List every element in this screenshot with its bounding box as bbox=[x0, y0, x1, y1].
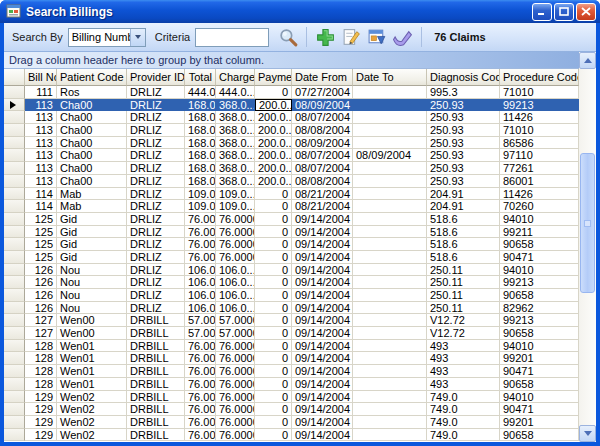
table-cell[interactable]: Cha00 bbox=[57, 124, 127, 137]
table-cell[interactable]: 106.0... bbox=[185, 276, 216, 289]
table-cell[interactable]: DRLIZ bbox=[127, 99, 185, 112]
row-header[interactable] bbox=[4, 188, 25, 201]
table-cell[interactable]: 250.11 bbox=[427, 264, 500, 277]
table-cell[interactable]: DRLIZ bbox=[127, 226, 185, 239]
table-cell[interactable]: 106.0... bbox=[185, 289, 216, 302]
table-cell[interactable]: 995.3 bbox=[427, 86, 500, 99]
table-cell[interactable]: 08/21/2004 bbox=[292, 200, 353, 213]
column-header-provider[interactable]: Provider ID bbox=[127, 69, 185, 86]
table-cell[interactable]: 57.00... bbox=[185, 314, 216, 327]
table-cell[interactable]: 76.00... bbox=[185, 403, 216, 416]
row-header[interactable] bbox=[4, 137, 25, 150]
column-header-payment[interactable]: Payme... bbox=[255, 69, 292, 86]
table-cell[interactable]: 07/27/2004 bbox=[292, 86, 353, 99]
table-cell[interactable]: 76.0000 bbox=[216, 340, 255, 353]
table-cell[interactable]: 114 bbox=[25, 200, 57, 213]
table-cell[interactable]: DRLIZ bbox=[127, 238, 185, 251]
table-cell[interactable]: 125 bbox=[25, 213, 57, 226]
table-cell[interactable]: 76.0000 bbox=[216, 226, 255, 239]
table-cell[interactable] bbox=[353, 251, 427, 264]
table-cell[interactable]: 94010 bbox=[500, 340, 579, 353]
table-cell[interactable]: 200.0... bbox=[255, 111, 292, 124]
table-cell[interactable]: 250.11 bbox=[427, 276, 500, 289]
table-cell[interactable]: DRLIZ bbox=[127, 276, 185, 289]
table-cell[interactable]: 0 bbox=[255, 365, 292, 378]
table-cell[interactable]: 113 bbox=[25, 175, 57, 188]
table-cell[interactable]: 09/14/2004 bbox=[292, 391, 353, 404]
table-cell[interactable]: 76.0000 bbox=[216, 352, 255, 365]
table-cell[interactable]: 125 bbox=[25, 251, 57, 264]
table-cell[interactable]: DRLIZ bbox=[127, 251, 185, 264]
table-cell[interactable]: 99213 bbox=[500, 276, 579, 289]
table-cell[interactable]: Wen01 bbox=[57, 352, 127, 365]
table-cell[interactable] bbox=[353, 124, 427, 137]
table-cell[interactable]: 76.00... bbox=[185, 238, 216, 251]
table-row[interactable]: 113Cha00DRLIZ168.0...368.0...200.0...08/… bbox=[4, 149, 579, 162]
table-cell[interactable]: Cha00 bbox=[57, 99, 127, 112]
table-cell[interactable]: 168.0... bbox=[185, 124, 216, 137]
table-cell[interactable]: 109.0... bbox=[185, 188, 216, 201]
table-cell[interactable]: 0 bbox=[255, 378, 292, 391]
table-cell[interactable]: 09/14/2004 bbox=[292, 264, 353, 277]
table-row[interactable]: 127Wen00DRBILL57.00...57.0000009/14/2004… bbox=[4, 327, 579, 340]
table-cell[interactable]: 76.0000 bbox=[216, 378, 255, 391]
table-cell[interactable]: 250.93 bbox=[427, 175, 500, 188]
table-cell[interactable]: 106.0... bbox=[216, 264, 255, 277]
table-cell[interactable]: 106.0... bbox=[185, 302, 216, 315]
table-cell[interactable]: 204.91 bbox=[427, 188, 500, 201]
table-row[interactable]: 113Cha00DRLIZ168.0...368.0...200.0...08/… bbox=[4, 124, 579, 137]
search-by-dropdown[interactable]: Billing Number bbox=[68, 28, 146, 47]
table-cell[interactable]: DRLIZ bbox=[127, 124, 185, 137]
table-cell[interactable]: 08/09/2004 bbox=[353, 149, 427, 162]
table-cell[interactable] bbox=[353, 226, 427, 239]
column-header-diagnosis[interactable]: Diagnosis Code bbox=[427, 69, 500, 86]
edit-billing-button[interactable] bbox=[339, 25, 363, 49]
table-cell[interactable]: 09/14/2004 bbox=[292, 213, 353, 226]
table-cell[interactable]: 127 bbox=[25, 314, 57, 327]
table-cell[interactable] bbox=[353, 340, 427, 353]
column-header-total[interactable]: Total bbox=[185, 69, 216, 86]
table-cell[interactable]: 0 bbox=[255, 416, 292, 429]
table-row[interactable]: 114MabDRLIZ109.0...109.0...008/21/200420… bbox=[4, 200, 579, 213]
table-cell[interactable]: DRBILL bbox=[127, 378, 185, 391]
table-cell[interactable] bbox=[353, 403, 427, 416]
table-row[interactable]: 126NouDRLIZ106.0...106.0...009/14/200425… bbox=[4, 264, 579, 277]
table-row[interactable]: 113Cha00DRLIZ168.0...368.0...200.0...08/… bbox=[4, 162, 579, 175]
table-cell[interactable]: 493 bbox=[427, 365, 500, 378]
table-cell[interactable]: 129 bbox=[25, 391, 57, 404]
table-cell[interactable]: DRLIZ bbox=[127, 289, 185, 302]
row-header[interactable] bbox=[4, 124, 25, 137]
row-header[interactable] bbox=[4, 111, 25, 124]
row-header[interactable] bbox=[4, 327, 25, 340]
table-cell[interactable]: 08/08/2004 bbox=[292, 124, 353, 137]
table-cell[interactable]: 08/21/2004 bbox=[292, 188, 353, 201]
table-cell[interactable]: DRLIZ bbox=[127, 149, 185, 162]
row-header[interactable] bbox=[4, 429, 25, 442]
table-cell[interactable]: 250.93 bbox=[427, 162, 500, 175]
column-header-patient[interactable]: Patient Code bbox=[57, 69, 127, 86]
table-cell[interactable]: 76.00... bbox=[185, 378, 216, 391]
table-cell[interactable]: 250.93 bbox=[427, 137, 500, 150]
table-cell[interactable]: 0 bbox=[255, 403, 292, 416]
title-bar[interactable]: Search Billings bbox=[0, 0, 600, 23]
table-cell[interactable]: 94010 bbox=[500, 213, 579, 226]
close-button[interactable] bbox=[576, 3, 596, 21]
table-cell[interactable]: 749.0 bbox=[427, 429, 500, 442]
table-cell[interactable]: 0 bbox=[255, 86, 292, 99]
table-cell[interactable]: 168.0... bbox=[185, 149, 216, 162]
table-cell[interactable]: V12.72 bbox=[427, 314, 500, 327]
table-cell[interactable]: DRLIZ bbox=[127, 162, 185, 175]
table-row[interactable]: 129Wen02DRBILL76.00...76.0000009/14/2004… bbox=[4, 403, 579, 416]
table-cell[interactable] bbox=[353, 188, 427, 201]
table-cell[interactable]: Wen02 bbox=[57, 403, 127, 416]
group-by-panel[interactable]: Drag a column header here to group by th… bbox=[4, 52, 579, 69]
row-header[interactable] bbox=[4, 314, 25, 327]
table-cell[interactable]: 0 bbox=[255, 289, 292, 302]
table-cell[interactable]: DRBILL bbox=[127, 429, 185, 442]
table-cell[interactable]: 08/08/2004 bbox=[292, 175, 353, 188]
criteria-input[interactable] bbox=[195, 28, 269, 47]
table-cell[interactable]: Gid bbox=[57, 213, 127, 226]
table-cell[interactable]: 113 bbox=[25, 124, 57, 137]
table-cell[interactable]: 94010 bbox=[500, 391, 579, 404]
table-cell[interactable]: Cha00 bbox=[57, 111, 127, 124]
